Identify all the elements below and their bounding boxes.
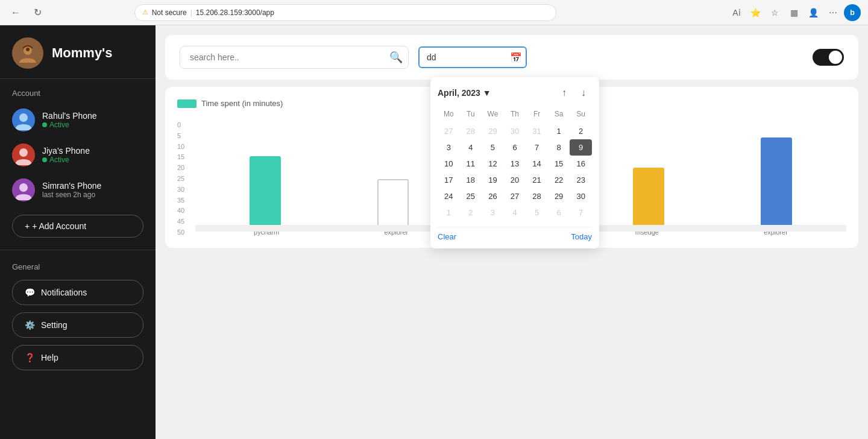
reload-button[interactable]: ↻ xyxy=(29,4,46,21)
add-account-label: + Add Account xyxy=(32,221,86,231)
cal-day[interactable]: 23 xyxy=(570,172,592,188)
translate-icon[interactable]: Aⅰ xyxy=(728,4,745,21)
calendar-next-button[interactable]: ↓ xyxy=(575,84,592,101)
collections-icon[interactable]: ▦ xyxy=(786,4,803,21)
svg-point-3 xyxy=(19,113,28,122)
cal-day[interactable]: 2 xyxy=(460,204,482,221)
avatar-rahul xyxy=(12,109,35,131)
cal-day[interactable]: 2 xyxy=(570,123,592,139)
avatar-simran xyxy=(12,178,35,201)
x-label-explorer1: explorer xyxy=(384,229,408,236)
cal-day[interactable]: 31 xyxy=(526,123,548,139)
cal-day[interactable]: 7 xyxy=(570,204,592,221)
y-label: 50 xyxy=(177,229,190,236)
profile-icon[interactable]: 👤 xyxy=(805,4,822,21)
account-status-simran: last seen 2h ago xyxy=(42,191,101,199)
y-label: 35 xyxy=(177,197,190,204)
x-label-explorer2: explorer xyxy=(764,229,788,236)
cal-day[interactable]: 13 xyxy=(504,156,526,172)
cal-day[interactable]: 15 xyxy=(548,156,570,172)
cal-day[interactable]: 14 xyxy=(526,156,548,172)
notifications-button[interactable]: 💬 Notifications xyxy=(12,280,143,305)
cal-day[interactable]: 19 xyxy=(482,172,504,188)
more-icon[interactable]: ⋯ xyxy=(825,4,841,21)
favorites-icon[interactable]: ⭐ xyxy=(747,4,764,21)
weekday-tu: Tu xyxy=(460,107,482,121)
y-label: 45 xyxy=(177,218,190,225)
cal-day[interactable]: 18 xyxy=(460,172,482,188)
calendar-month-label[interactable]: April, 2023 ▼ xyxy=(438,88,491,98)
url-text: 15.206.28.159:3000/app xyxy=(196,8,274,17)
help-icon: ❓ xyxy=(25,353,35,362)
cal-day[interactable]: 21 xyxy=(526,172,548,188)
security-warning-icon: ⚠ xyxy=(142,8,148,16)
cal-day[interactable]: 22 xyxy=(548,172,570,188)
x-label-msedge: msedge xyxy=(635,229,659,236)
calendar-days: 27 28 29 30 31 1 2 3 4 5 6 7 8 xyxy=(438,123,592,221)
cal-day[interactable]: 30 xyxy=(570,188,592,204)
cal-day[interactable]: 17 xyxy=(438,172,460,188)
weekday-sa: Sa xyxy=(548,107,570,121)
cal-day[interactable]: 12 xyxy=(482,156,504,172)
cal-day[interactable]: 27 xyxy=(504,188,526,204)
cal-day[interactable]: 25 xyxy=(460,188,482,204)
cal-day[interactable]: 7 xyxy=(526,139,548,156)
cal-day[interactable]: 3 xyxy=(438,139,460,156)
bar-explorer2-group xyxy=(761,137,792,225)
url-separator: | xyxy=(190,8,192,17)
cal-day[interactable]: 4 xyxy=(460,139,482,156)
clear-button[interactable]: Clear xyxy=(438,232,456,241)
cal-day[interactable]: 24 xyxy=(438,188,460,204)
weekday-su: Su xyxy=(570,107,592,121)
cal-day[interactable]: 5 xyxy=(526,204,548,221)
help-label: Help xyxy=(41,353,58,362)
cal-day[interactable]: 10 xyxy=(438,156,460,172)
toggle-switch[interactable] xyxy=(813,49,844,66)
cal-day[interactable]: 6 xyxy=(504,139,526,156)
y-label: 15 xyxy=(177,153,190,160)
cal-day[interactable]: 3 xyxy=(482,204,504,221)
status-dot-rahul xyxy=(42,122,47,127)
sidebar-item-jiya[interactable]: Jiya's Phone Active xyxy=(0,137,156,172)
legend-label: Time spent (in minutes) xyxy=(201,99,283,108)
star-icon[interactable]: ☆ xyxy=(767,4,784,21)
cal-day[interactable]: 16 xyxy=(570,156,592,172)
sidebar-item-simran[interactable]: Simran's Phone last seen 2h ago xyxy=(0,172,156,207)
sidebar-item-rahul[interactable]: Rahul's Phone Active xyxy=(0,103,156,137)
help-button[interactable]: ❓ Help xyxy=(12,345,143,370)
cal-day[interactable]: 28 xyxy=(460,123,482,139)
cal-day[interactable]: 26 xyxy=(482,188,504,204)
search-button[interactable]: 🔍 xyxy=(389,51,403,64)
cal-day[interactable]: 20 xyxy=(504,172,526,188)
not-secure-text: Not secure xyxy=(152,8,187,17)
calendar-prev-button[interactable]: ↑ xyxy=(556,84,573,101)
cal-day[interactable]: 1 xyxy=(548,123,570,139)
cal-day[interactable]: 29 xyxy=(482,123,504,139)
cal-day[interactable]: 28 xyxy=(526,188,548,204)
bar-msedge xyxy=(633,168,664,225)
back-button[interactable]: ← xyxy=(7,4,24,21)
search-input[interactable] xyxy=(180,46,409,69)
cal-day[interactable]: 8 xyxy=(548,139,570,156)
today-button[interactable]: Today xyxy=(571,232,592,241)
cal-day[interactable]: 5 xyxy=(482,139,504,156)
cal-day[interactable]: 29 xyxy=(548,188,570,204)
cal-day[interactable]: 1 xyxy=(438,204,460,221)
y-label: 20 xyxy=(177,164,190,171)
cal-day[interactable]: 4 xyxy=(504,204,526,221)
cal-day[interactable]: 11 xyxy=(460,156,482,172)
setting-button[interactable]: ⚙️ Setting xyxy=(12,312,143,338)
account-info-rahul: Rahul's Phone Active xyxy=(42,111,97,129)
cal-day[interactable]: 27 xyxy=(438,123,460,139)
cal-day-selected[interactable]: 9 xyxy=(570,139,592,156)
calendar-footer: Clear Today xyxy=(438,227,592,241)
cal-day[interactable]: 30 xyxy=(504,123,526,139)
calendar-weekdays: Mo Tu We Th Fr Sa Su xyxy=(438,107,592,121)
cal-day[interactable]: 6 xyxy=(548,204,570,221)
account-info-simran: Simran's Phone last seen 2h ago xyxy=(42,181,101,199)
x-label-pycharm: pycharm xyxy=(254,229,279,236)
setting-icon: ⚙️ xyxy=(25,320,35,330)
account-name-jiya: Jiya's Phone xyxy=(42,146,90,156)
add-account-button[interactable]: + + Add Account xyxy=(12,215,143,238)
calendar-icon-button[interactable]: 📅 xyxy=(510,52,522,63)
